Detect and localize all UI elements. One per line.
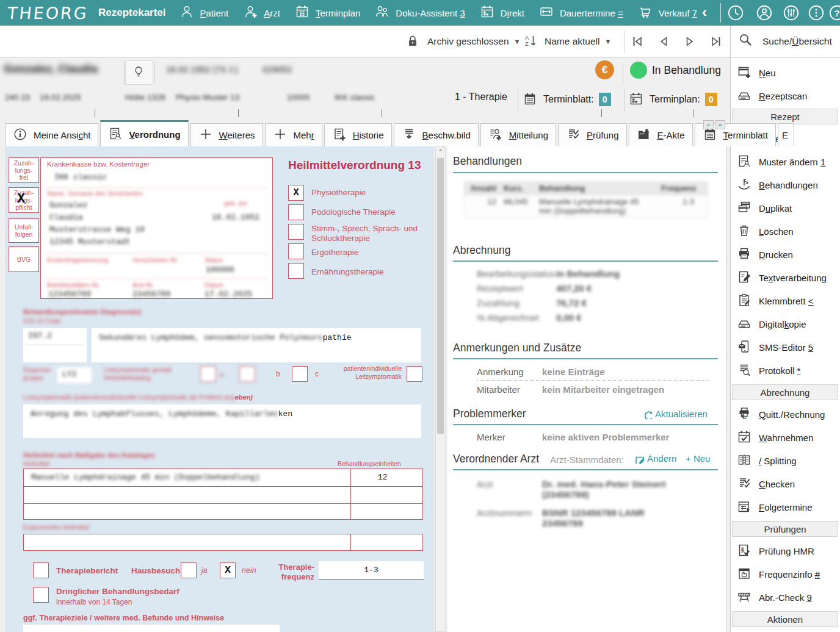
help-icon[interactable] <box>828 4 840 22</box>
sidebar-item-folgetermine[interactable]: Folgetermine <box>731 495 840 519</box>
sidebar-item-pruefung-hmr[interactable]: Prüfung HMR <box>731 539 840 562</box>
sidebar-item-sms-editor[interactable]: SMS-Editor 5 <box>731 336 840 359</box>
aktualisieren-link[interactable]: Aktualisieren <box>642 409 708 419</box>
menu-item-dauertermine[interactable]: Dauertermine = <box>539 4 623 21</box>
menu-item-verkauf[interactable]: Verkauf 7 <box>638 4 697 21</box>
sidebar-item-frequenzinfo[interactable]: Frequenzinfo # <box>731 562 840 586</box>
ernaehrung-checkbox[interactable] <box>288 263 304 279</box>
dringlich-checkbox[interactable] <box>33 587 49 603</box>
therapiebericht-checkbox[interactable] <box>33 562 49 578</box>
tab-historie[interactable]: Historie <box>324 123 392 146</box>
bvg-checkbox[interactable]: BVG <box>9 246 39 272</box>
terminplan-counter[interactable]: Terminplan: 0 <box>629 92 717 107</box>
datum-value[interactable]: 17.02.2025 <box>205 290 252 299</box>
behandlungen-table[interactable]: Anzahl Kurz. Behandlung Frequenz 12 ML04… <box>464 181 708 218</box>
ergaenzendes-field[interactable] <box>23 534 423 551</box>
icd-field[interactable]: I97.2 <box>23 328 87 362</box>
heilmittel-units: 12 <box>378 473 388 482</box>
settings-sliders-icon[interactable] <box>782 4 800 22</box>
therapieziele-field[interactable] <box>23 625 280 632</box>
tab-e-akte[interactable]: E-Akte <box>629 123 693 146</box>
next-record-button[interactable] <box>682 34 698 50</box>
sidebar-item-loeschen[interactable]: Löschen <box>731 220 840 243</box>
betriebsstaetten-value[interactable]: 123456789 <box>48 290 91 299</box>
form-scrollbar[interactable]: ⌃ <box>435 146 446 632</box>
sidebar-item-neu[interactable]: Neu <box>731 61 840 84</box>
tab-label: Terminblatt <box>723 130 768 140</box>
first-record-button[interactable] <box>630 34 646 50</box>
leitsymptomatik-a-checkbox[interactable] <box>200 366 216 382</box>
sidebar-item-protokoll[interactable]: Protokoll * <box>731 359 840 382</box>
hausbesuch-ja-checkbox[interactable] <box>181 562 197 578</box>
terminblatt-counter[interactable]: Terminblatt: 0 <box>523 92 611 107</box>
tabs-scroll-right-button[interactable]: » <box>715 120 725 129</box>
scrollbar-thumb[interactable] <box>437 158 444 434</box>
insured-line[interactable]: 12345 Musterstadt <box>49 237 131 246</box>
arzt-neu-link[interactable]: + Neu <box>686 453 710 464</box>
more-options-icon[interactable] <box>807 4 825 22</box>
status-value[interactable]: 100000 <box>206 265 234 275</box>
sidebar-item-duplikat[interactable]: Duplikat <box>731 196 840 220</box>
sidebar-item-splitting[interactable]: / Splitting <box>731 449 840 472</box>
sidebar-item-rezeptscan[interactable]: Rezeptscan <box>731 84 840 107</box>
tab-mehr[interactable]: Mehr <box>265 123 322 146</box>
zuzahlungsfrei-checkbox[interactable]: Zuzah-lungs-frei <box>9 157 39 183</box>
sidebar-item-digitalkopie[interactable]: Digitalkopie <box>731 312 840 336</box>
support-icon[interactable] <box>755 4 773 22</box>
menu-item-arzt[interactable]: Arzt <box>243 4 280 21</box>
insured-line[interactable]: Claudia <box>49 213 83 222</box>
tab-meine-ansicht[interactable]: Meine Ansicht <box>5 123 98 146</box>
diagnosegruppe-field[interactable]: LY2 <box>57 367 92 383</box>
sidebar-item-wahrnehmen[interactable]: Wahrnehmen <box>731 426 840 449</box>
menu-item-terminplan[interactable]: Terminplan <box>295 4 360 21</box>
leitsymptomatik-b-checkbox[interactable] <box>292 366 308 382</box>
sidebar-item-textverarbeitung[interactable]: Textverarbeitung <box>731 266 840 289</box>
podologische-checkbox[interactable] <box>288 204 304 220</box>
tab-mitteilung[interactable]: Mitteilung <box>480 123 556 146</box>
tabs-scroll-left-button[interactable]: « <box>703 120 714 129</box>
insured-line[interactable]: Gonzalez <box>49 201 87 210</box>
sidebar-item-abr-check[interactable]: Abr.-Check 9 <box>731 586 840 609</box>
ergotherapie-checkbox[interactable] <box>288 243 304 259</box>
physiotherapie-checkbox[interactable]: X <box>288 185 304 201</box>
geb-value[interactable]: 16.02.1952 <box>212 213 259 222</box>
clock-icon[interactable] <box>726 4 745 22</box>
last-record-button[interactable] <box>709 34 725 50</box>
euro-status-icon[interactable]: € <box>595 60 614 79</box>
scroll-up-icon[interactable]: ⌃ <box>436 148 445 155</box>
sidebar-item-muster-aendern[interactable]: Muster ändern 1 <box>731 150 840 173</box>
tab-verordnung[interactable]: Verordnung <box>100 120 188 146</box>
sidebar-item-klemmbrett[interactable]: Klemmbrett < <box>731 289 840 312</box>
sidebar-item-drucken[interactable]: Drucken <box>731 243 840 266</box>
insured-line[interactable]: Musterstrasse Weg 10 <box>49 225 145 234</box>
krankenkasse-value[interactable]: IKK classic <box>54 173 107 182</box>
tab-pruefung[interactable]: Prüfung <box>558 123 627 146</box>
leitsymptomatik-a2-checkbox[interactable] <box>239 366 255 382</box>
menu-item-patient[interactable]: Patient <box>179 4 229 21</box>
heilmittel-table[interactable]: Manuelle Lymphdrainage 45 min (Doppelbeh… <box>23 469 423 520</box>
sidebar-item-quitt-rechnung[interactable]: Quitt./Rechnung <box>731 403 840 426</box>
hausbesuch-nein-checkbox[interactable]: X <box>220 562 236 578</box>
menu-item-direkt[interactable]: Direkt <box>480 4 524 21</box>
therapiefrequenz-field[interactable]: 1-3 <box>319 561 424 580</box>
sidebar-item-behandlungen[interactable]: Behandlungen <box>731 173 840 196</box>
collapse-menu-chevron[interactable]: ‹ <box>697 4 712 21</box>
tab-weiteres[interactable]: Weiteres <box>190 123 263 146</box>
stimm-sprech-checkbox[interactable] <box>288 224 304 240</box>
sidebar-item-checken[interactable]: Checken <box>731 472 840 495</box>
arzt-nr-value[interactable]: 23456789 <box>132 290 170 299</box>
patient-note-indicator[interactable] <box>125 60 153 85</box>
patientenindividuell-checkbox[interactable] <box>407 366 422 382</box>
previous-record-button[interactable] <box>656 34 672 50</box>
archive-dropdown[interactable]: Archiv geschlossen ▼ <box>405 26 520 57</box>
arzt-aendern-link[interactable]: Ändern <box>634 453 676 464</box>
unfallfolgen-checkbox[interactable]: Unfall-folgen <box>9 218 39 243</box>
leitsymptomatik-freitext-field[interactable]: Anregung des Lymphabflusses, Lymphödeme,… <box>23 404 421 438</box>
menu-item-doku-assistent[interactable]: Doku-Assistent 3 <box>375 4 465 21</box>
tab-beschw-bild[interactable]: Beschw.bild <box>394 123 479 146</box>
diagnose-text-field[interactable]: Sekundäres Lymphödem, sensomotorische Po… <box>92 328 421 362</box>
tab-partial[interactable]: E <box>778 123 794 146</box>
sidebar-item-suche-uebersicht[interactable]: Suche/Übersicht <box>731 26 840 58</box>
sort-dropdown[interactable]: Name aktuell ▼ <box>524 26 611 57</box>
sidebar-section-abrechnung: Abrechnung <box>732 384 838 400</box>
